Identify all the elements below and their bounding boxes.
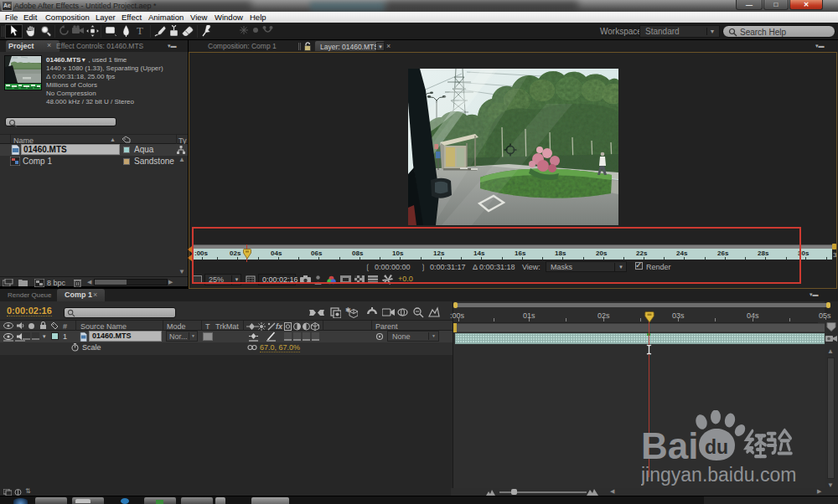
svg-text:✱: ✱ <box>345 306 351 314</box>
svg-text:Bai: Bai <box>641 425 698 466</box>
svg-text:jingyan.baidu.com: jingyan.baidu.com <box>641 464 796 486</box>
svg-text:du: du <box>705 436 728 458</box>
svg-text:T: T <box>137 25 143 36</box>
